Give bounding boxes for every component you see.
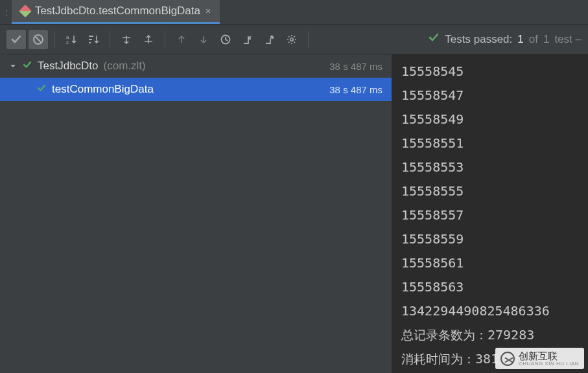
svg-line-1 xyxy=(36,36,41,42)
svg-point-5 xyxy=(290,38,293,40)
editor-tab[interactable]: TestJdbcDto.testCommonBigData × xyxy=(12,0,220,24)
expand-all-button[interactable] xyxy=(117,30,136,49)
test-run-body: TestJdbcDto (com.zlt) 38 s 487 ms testCo… xyxy=(0,54,588,373)
test-class-time: 38 s 487 ms xyxy=(329,61,382,72)
console-line: 15558545 xyxy=(401,60,579,84)
console-line: 15558547 xyxy=(401,84,579,107)
summary-value: 279283 xyxy=(488,327,534,343)
sort-duration-button[interactable] xyxy=(84,30,103,49)
test-class-row[interactable]: TestJdbcDto (com.zlt) 38 s 487 ms xyxy=(0,54,392,78)
prev-failed-button[interactable] xyxy=(172,30,191,49)
collapse-arrow-icon[interactable] xyxy=(9,63,17,69)
import-tests-button[interactable] xyxy=(238,30,257,49)
console-line: 1342294490825486336 xyxy=(401,299,579,323)
toolbar-separator xyxy=(308,31,309,48)
close-tab-icon[interactable]: × xyxy=(206,6,211,16)
console-line: 15558549 xyxy=(401,107,579,131)
passed-check-icon xyxy=(428,32,440,47)
status-suffix: test – xyxy=(554,33,582,46)
tab-title: TestJdbcDto.testCommonBigData xyxy=(35,5,200,17)
passed-check-icon xyxy=(36,83,47,96)
console-line: 15558563 xyxy=(401,275,579,299)
collapse-all-button[interactable] xyxy=(139,30,158,49)
history-button[interactable] xyxy=(216,30,235,49)
console-line: 15558551 xyxy=(401,131,579,155)
console-output[interactable]: 15558545 15558547 15558549 15558551 1555… xyxy=(392,54,588,373)
toolbar-separator xyxy=(110,31,110,48)
test-file-icon xyxy=(19,5,32,17)
status-of: of xyxy=(529,33,538,46)
summary-label: 消耗时间为： xyxy=(401,352,475,366)
tab-bar: : TestJdbcDto.testCommonBigData × xyxy=(0,0,588,25)
test-class-package: (com.zlt) xyxy=(104,60,146,73)
console-line: 15558561 xyxy=(401,251,579,275)
panel-label-colon: : xyxy=(5,0,12,24)
test-toolbar: az Tests passed: 1 of 1 test – xyxy=(0,25,588,54)
console-line: 15558559 xyxy=(401,227,579,251)
console-summary-line: 总记录条数为：279283 xyxy=(401,323,579,347)
test-class-name: TestJdbcDto xyxy=(38,60,99,73)
status-passed-count: 1 xyxy=(517,33,523,46)
test-method-time: 38 s 487 ms xyxy=(329,84,382,95)
console-line: 15558553 xyxy=(401,155,579,179)
watermark-logo-icon xyxy=(500,352,515,366)
show-passed-button[interactable] xyxy=(6,30,26,49)
watermark: 创新互联 CHUANG XIN HU LIAN xyxy=(495,348,584,369)
export-tests-button[interactable] xyxy=(260,30,279,49)
test-method-name: testCommonBigData xyxy=(52,83,154,96)
svg-text:z: z xyxy=(66,40,69,45)
next-failed-button[interactable] xyxy=(194,30,213,49)
summary-label: 总记录条数为： xyxy=(401,328,488,342)
toolbar-separator xyxy=(54,31,55,48)
status-prefix: Tests passed: xyxy=(445,33,512,46)
toolbar-separator xyxy=(165,31,165,48)
passed-check-icon xyxy=(22,60,32,73)
console-line: 15558555 xyxy=(401,179,579,203)
show-ignored-button[interactable] xyxy=(29,30,48,49)
watermark-text: 创新互联 xyxy=(519,350,558,361)
console-line: 15558557 xyxy=(401,203,579,227)
status-total: 1 xyxy=(543,33,549,46)
test-method-row[interactable]: testCommonBigData 38 s 487 ms xyxy=(0,78,392,101)
tests-passed-status: Tests passed: 1 of 1 test – xyxy=(428,32,582,47)
settings-button[interactable] xyxy=(282,30,301,49)
watermark-subtext: CHUANG XIN HU LIAN xyxy=(519,361,579,367)
sort-alpha-button[interactable]: az xyxy=(62,30,81,49)
test-tree[interactable]: TestJdbcDto (com.zlt) 38 s 487 ms testCo… xyxy=(0,54,392,373)
